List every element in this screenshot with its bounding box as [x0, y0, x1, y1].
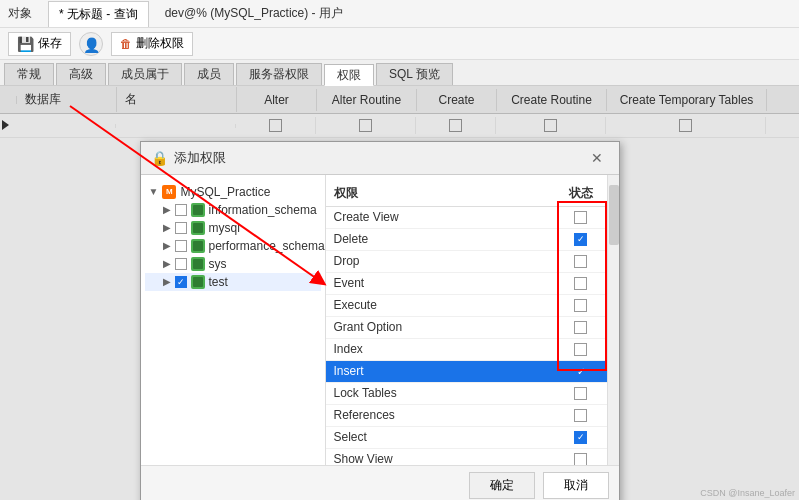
tree-item-expand-2[interactable]: ▶	[163, 240, 171, 251]
rights-cb-9[interactable]	[574, 409, 587, 422]
root-expand-icon[interactable]: ▼	[149, 186, 159, 197]
rights-row-0: Create View	[326, 207, 619, 229]
dialog-overlay: 🔒 添加权限 ✕ ▼ M MySQL_Practice ▶	[0, 86, 799, 500]
rights-cb-cell-6[interactable]	[551, 343, 611, 356]
tree-item-performance-schema[interactable]: ▶ performance_schema	[145, 237, 321, 255]
scrollbar-thumb[interactable]	[609, 185, 619, 245]
mysql-icon: M	[162, 185, 176, 199]
rights-cb-cell-11[interactable]	[551, 453, 611, 465]
tree-item-label-4: test	[209, 275, 228, 289]
rights-row-2: Drop	[326, 251, 619, 273]
rights-cb-4[interactable]	[574, 299, 587, 312]
tree-item-test[interactable]: ▶ ✓ test	[145, 273, 321, 291]
rights-cb-8[interactable]	[574, 387, 587, 400]
rights-row-1: Delete ✓	[326, 229, 619, 251]
rights-row-5: Grant Option	[326, 317, 619, 339]
rights-label-1: Delete	[334, 232, 551, 246]
tree-item-label-0: information_schema	[209, 203, 317, 217]
rights-cb-cell-9[interactable]	[551, 409, 611, 422]
confirm-button[interactable]: 确定	[469, 472, 535, 499]
rights-cb-cell-8[interactable]	[551, 387, 611, 400]
title-connection: dev@% (MySQL_Practice) - 用户	[165, 5, 343, 22]
title-tab-object[interactable]: 对象	[8, 5, 32, 22]
rights-label-11: Show View	[334, 452, 551, 465]
rights-cb-7[interactable]	[574, 365, 587, 378]
rights-cb-cell-10[interactable]: ✓	[551, 431, 611, 444]
dialog-close-button[interactable]: ✕	[585, 148, 609, 168]
rights-row-6: Index	[326, 339, 619, 361]
tree-item-expand-4[interactable]: ▶	[163, 276, 171, 287]
db-icon-1	[191, 221, 205, 235]
tree-item-expand-3[interactable]: ▶	[163, 258, 171, 269]
tree-cb-mysql[interactable]	[175, 222, 187, 234]
tree-cb-information-schema[interactable]	[175, 204, 187, 216]
rights-label-0: Create View	[334, 210, 551, 224]
tab-sql-preview[interactable]: SQL 预览	[376, 63, 453, 85]
rights-cb-3[interactable]	[574, 277, 587, 290]
save-label: 保存	[38, 35, 62, 52]
tree-item-expand-1[interactable]: ▶	[163, 222, 171, 233]
toolbar: 💾 保存 👤 🗑 删除权限	[0, 28, 799, 60]
cancel-button[interactable]: 取消	[543, 472, 609, 499]
rights-cb-10[interactable]: ✓	[574, 431, 587, 444]
tree-cb-test[interactable]: ✓	[175, 276, 187, 288]
rights-cb-6[interactable]	[574, 343, 587, 356]
rights-label-6: Index	[334, 342, 551, 356]
tree-item-mysql[interactable]: ▶ mysql	[145, 219, 321, 237]
add-privileges-dialog: 🔒 添加权限 ✕ ▼ M MySQL_Practice ▶	[140, 141, 620, 501]
rights-cb-0[interactable]	[574, 211, 587, 224]
rights-cb-11[interactable]	[574, 453, 587, 465]
delete-privileges-button[interactable]: 🗑 删除权限	[111, 32, 193, 56]
save-icon: 💾	[17, 36, 34, 52]
tree-cb-sys[interactable]	[175, 258, 187, 270]
tab-privileges[interactable]: 权限	[324, 64, 374, 86]
tree-item-expand-0[interactable]: ▶	[163, 204, 171, 215]
rights-cb-cell-4[interactable]	[551, 299, 611, 312]
scrollbar-track[interactable]	[607, 175, 619, 465]
rights-label-5: Grant Option	[334, 320, 551, 334]
rights-cb-cell-0[interactable]	[551, 211, 611, 224]
rights-cb-cell-1[interactable]: ✓	[551, 233, 611, 246]
rights-cb-cell-5[interactable]	[551, 321, 611, 334]
tree-item-information-schema[interactable]: ▶ information_schema	[145, 201, 321, 219]
dialog-titlebar: 🔒 添加权限 ✕	[141, 142, 619, 175]
dialog-title-label: 添加权限	[174, 149, 226, 167]
db-icon-2	[191, 239, 205, 253]
tab-general[interactable]: 常规	[4, 63, 54, 85]
rights-cb-5[interactable]	[574, 321, 587, 334]
rights-cb-2[interactable]	[574, 255, 587, 268]
tree-item-sys[interactable]: ▶ sys	[145, 255, 321, 273]
rights-label-9: References	[334, 408, 551, 422]
lock-icon: 🔒	[151, 150, 168, 166]
rights-label-10: Select	[334, 430, 551, 444]
tree-cb-performance-schema[interactable]	[175, 240, 187, 252]
tree-root[interactable]: ▼ M MySQL_Practice	[145, 183, 321, 201]
tree-panel: ▼ M MySQL_Practice ▶ information_schema …	[141, 175, 326, 465]
title-tab-query[interactable]: * 无标题 - 查询	[48, 1, 149, 27]
dialog-body: ▼ M MySQL_Practice ▶ information_schema …	[141, 175, 619, 465]
dialog-footer: 确定 取消	[141, 465, 619, 501]
delete-icon: 🗑	[120, 37, 132, 51]
rights-row-9: References	[326, 405, 619, 427]
tab-member-of[interactable]: 成员属于	[108, 63, 182, 85]
tab-row: 常规 高级 成员属于 成员 服务器权限 权限 SQL 预览	[0, 60, 799, 86]
title-bar: 对象 * 无标题 - 查询 dev@% (MySQL_Practice) - 用…	[0, 0, 799, 28]
rights-label-3: Event	[334, 276, 551, 290]
rights-cb-cell-3[interactable]	[551, 277, 611, 290]
delete-label: 删除权限	[136, 35, 184, 52]
rights-cb-cell-7[interactable]	[551, 365, 611, 378]
rights-row-8: Lock Tables	[326, 383, 619, 405]
tab-server-privs[interactable]: 服务器权限	[236, 63, 322, 85]
rights-row-7: Insert	[326, 361, 619, 383]
tree-item-label-2: performance_schema	[209, 239, 325, 253]
rights-cb-cell-2[interactable]	[551, 255, 611, 268]
tab-members[interactable]: 成员	[184, 63, 234, 85]
rights-label-2: Drop	[334, 254, 551, 268]
rights-panel: 权限 状态 Create View Delete ✓	[326, 175, 619, 465]
rights-row-3: Event	[326, 273, 619, 295]
tree-item-label-1: mysql	[209, 221, 240, 235]
rights-cb-1[interactable]: ✓	[574, 233, 587, 246]
tab-advanced[interactable]: 高级	[56, 63, 106, 85]
save-button[interactable]: 💾 保存	[8, 32, 71, 56]
tree-item-label-3: sys	[209, 257, 227, 271]
